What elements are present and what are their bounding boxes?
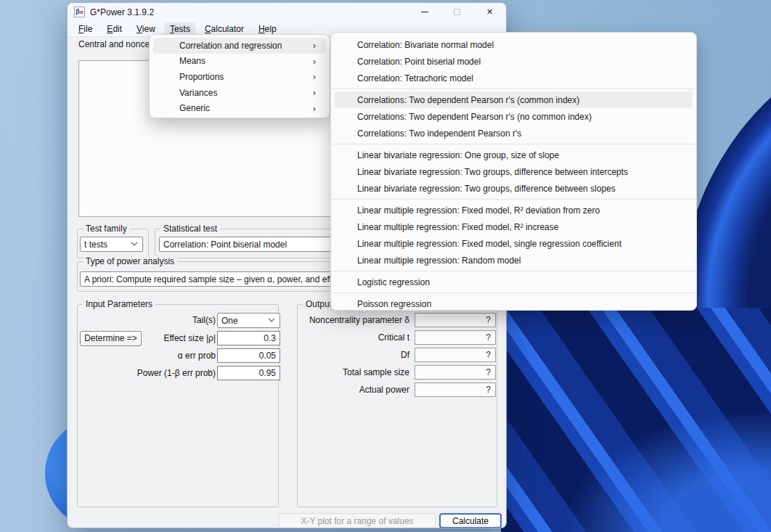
menu-item-correlation-and-regression[interactable]: Correlation and regression › [153,38,326,54]
actual-power-label: Actual power [303,382,409,398]
submenu-item-multiple-random-model[interactable]: Linear multiple regression: Random model [335,252,693,269]
alpha-err-prob-label: α err prob [82,348,216,364]
submenu-chevron-icon: › [313,71,316,82]
titlebar[interactable]: βα G*Power 3.1.9.2 ✕ [68,3,506,21]
noncentrality-output: ? [415,313,496,327]
submenu-item-bivariate-two-groups-slopes[interactable]: Linear bivariate regression: Two groups,… [335,180,693,197]
menu-separator [332,89,695,89]
submenu-item-tetrachoric[interactable]: Correlation: Tetrachoric model [335,70,693,86]
menu-item-generic[interactable]: Generic › [153,100,326,116]
actual-power-output: ? [415,382,496,397]
test-family-value: t tests [84,240,107,250]
submenu-chevron-icon: › [313,56,316,67]
submenu-item-two-dependent-no-common-index[interactable]: Correlations: Two dependent Pearson r's … [335,108,693,125]
submenu-chevron-icon: › [313,103,316,114]
minimize-button[interactable] [408,3,441,21]
menu-edit[interactable]: Edit [102,22,127,36]
test-family-select[interactable]: t tests [80,237,143,252]
calculate-button[interactable]: Calculate [439,513,502,528]
menu-separator [332,292,695,293]
close-icon: ✕ [486,7,493,17]
maximize-button[interactable] [441,3,473,21]
total-sample-size-output: ? [415,365,496,380]
desktop-wallpaper: βα G*Power 3.1.9.2 ✕ File Edit View Test… [0,0,771,532]
submenu-item-bivariate-normal[interactable]: Correlation: Bivariate normal model [335,36,693,53]
power-input[interactable]: 0.95 [217,366,280,380]
menu-help[interactable]: Help [253,22,282,36]
power-analysis-value: A priori: Compute required sample size –… [84,274,362,285]
critical-t-label: Critical t [303,330,409,345]
df-label: Df [303,348,409,363]
submenu-item-poisson-regression[interactable]: Poisson regression [335,295,693,312]
menu-item-proportions[interactable]: Proportions › [153,69,326,85]
gpower-app-icon: βα [74,7,85,17]
submenu-chevron-icon: › [313,87,316,98]
submenu-item-bivariate-two-groups-intercepts[interactable]: Linear bivariate regression: Two groups,… [335,163,693,180]
close-button[interactable]: ✕ [473,3,506,21]
menu-separator [332,271,695,271]
submenu-item-multiple-r2-increase[interactable]: Linear multiple regression: Fixed model,… [335,218,693,235]
alpha-err-prob-input[interactable]: 0.05 [217,348,280,363]
tails-select[interactable]: One [217,313,280,328]
minimize-icon [421,12,428,12]
submenu-chevron-icon: › [313,40,316,51]
power-analysis-label: Type of power analysis [83,256,177,266]
menu-separator [332,199,695,200]
tails-label: Tail(s) [82,313,216,328]
power-label: Power (1-β err prob) [82,366,216,381]
critical-t-output: ? [415,330,496,345]
test-family-label: Test family [83,224,130,234]
submenu-item-bivariate-one-group-slope[interactable]: Linear bivariate regression: One group, … [335,147,693,163]
menu-file[interactable]: File [73,22,97,36]
tails-value: One [221,316,238,326]
submenu-item-two-dependent-common-index[interactable]: Correlations: Two dependent Pearson r's … [335,91,693,108]
submenu-item-multiple-single-coefficient[interactable]: Linear multiple regression: Fixed model,… [335,235,693,252]
effect-size-input[interactable]: 0.3 [217,331,280,345]
maximize-icon [454,9,460,15]
chevron-down-icon [131,239,137,245]
menu-item-variances[interactable]: Variances › [153,85,326,101]
menu-view[interactable]: View [131,22,160,36]
menu-tests[interactable]: Tests [165,22,195,36]
menu-item-means[interactable]: Means › [153,54,326,70]
menu-separator [332,144,695,144]
tests-dropdown-menu: Correlation and regression › Means › Pro… [149,34,330,118]
df-output: ? [415,348,496,362]
menu-calculator[interactable]: Calculator [200,22,249,36]
noncentrality-label: Noncentrality parameter δ [303,313,409,328]
chevron-down-icon [269,315,274,321]
input-parameters-title: Input Parameters [83,299,155,309]
correlation-regression-submenu: Correlation: Bivariate normal model Corr… [330,32,697,311]
submenu-item-two-independent[interactable]: Correlations: Two independent Pearson r'… [335,125,693,142]
window-title: G*Power 3.1.9.2 [90,7,154,17]
submenu-item-multiple-r2-deviation[interactable]: Linear multiple regression: Fixed model,… [335,202,693,218]
statistical-test-value: Correlation: Point biserial model [163,240,287,250]
xy-plot-button[interactable]: X-Y plot for a range of values [279,513,436,528]
wallpaper-bloom-ribbons [501,308,771,532]
submenu-item-point-biserial[interactable]: Correlation: Point biserial model [335,53,693,70]
statistical-test-label: Statistical test [160,224,220,234]
submenu-item-logistic-regression[interactable]: Logistic regression [335,274,693,290]
effect-size-label: Effect size |ρ| [82,331,216,346]
total-sample-size-label: Total sample size [303,365,409,380]
